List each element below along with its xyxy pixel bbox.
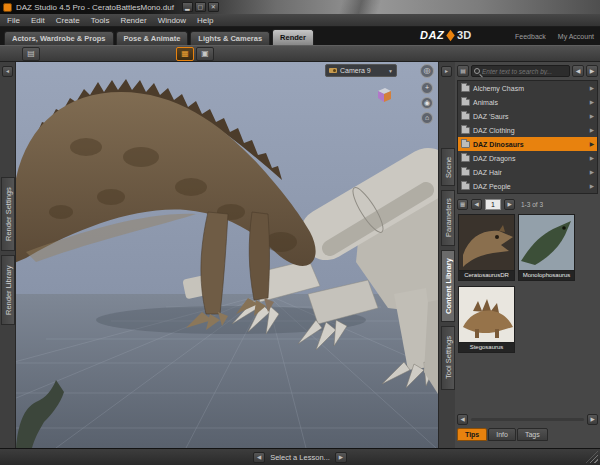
thumbnail-grid: CeratosaurusDR Monolophosaurus bbox=[458, 214, 597, 408]
window-title: DAZ Studio 4.5 Pro - CeratoBattlesMono.d… bbox=[16, 3, 174, 12]
folder-icon bbox=[461, 127, 470, 134]
menu-file[interactable]: File bbox=[7, 16, 20, 25]
pane-tab-render-library[interactable]: Render Library bbox=[1, 255, 15, 325]
tab-render[interactable]: Render bbox=[272, 29, 314, 45]
expand-arrow-icon[interactable]: ▶ bbox=[590, 155, 594, 161]
folder-icon bbox=[461, 99, 470, 106]
folder-tree: Alchemy Chasm ▶ Animals ▶ DAZ 'Saurs ▶ D… bbox=[457, 80, 598, 194]
page-number[interactable]: 1 bbox=[485, 199, 501, 210]
folder-icon bbox=[461, 169, 470, 176]
lesson-prev-icon[interactable]: ◀ bbox=[253, 452, 265, 463]
pan-camera-icon[interactable]: + bbox=[421, 82, 433, 94]
page-range-label: 1-3 of 3 bbox=[521, 201, 543, 208]
asset-thumbnail bbox=[518, 214, 575, 271]
search-input[interactable] bbox=[482, 68, 567, 75]
scrollbar-track[interactable] bbox=[471, 418, 584, 421]
expand-arrow-icon[interactable]: ▶ bbox=[590, 127, 594, 133]
asset-thumbnail bbox=[458, 214, 515, 271]
pane-tab-tool-settings[interactable]: Tool Settings bbox=[441, 326, 455, 390]
frame-camera-icon[interactable]: ⌂ bbox=[421, 112, 433, 124]
camera-selector[interactable]: Camera 9 ▼ bbox=[325, 64, 397, 77]
folder-daz-dinosaurs[interactable]: DAZ Dinosaurs ▶ bbox=[458, 137, 597, 151]
minimize-button[interactable]: ▂ bbox=[182, 2, 193, 12]
expand-arrow-icon[interactable]: ▶ bbox=[590, 169, 594, 175]
menu-render[interactable]: Render bbox=[120, 16, 146, 25]
daz3d-logo: DAZ 3D bbox=[420, 29, 471, 41]
viewport-3d[interactable]: Camera 9 ▼ ◎ + ◉ ⌂ bbox=[16, 62, 438, 448]
expand-arrow-icon[interactable]: ▶ bbox=[590, 113, 594, 119]
scroll-left-icon[interactable]: ◀ bbox=[457, 414, 468, 425]
folder-daz-saurs[interactable]: DAZ 'Saurs ▶ bbox=[458, 109, 597, 123]
folder-icon bbox=[461, 113, 470, 120]
folder-daz-dragons[interactable]: DAZ Dragons ▶ bbox=[458, 151, 597, 165]
view-mode-icon[interactable]: ▦ bbox=[457, 199, 468, 210]
expand-arrow-icon[interactable]: ▶ bbox=[590, 85, 594, 91]
folder-alchemy-chasm[interactable]: Alchemy Chasm ▶ bbox=[458, 81, 597, 95]
asset-thumbnail bbox=[458, 286, 515, 343]
active-tool-icon[interactable]: ▦ bbox=[176, 47, 194, 61]
menu-window[interactable]: Window bbox=[158, 16, 186, 25]
activity-bar: Actors, Wardrobe & Props Pose & Animate … bbox=[0, 27, 600, 45]
library-options-icon[interactable]: ▤ bbox=[457, 65, 469, 77]
pagination-bar: ▦ ◀ 1 ▶ 1-3 of 3 bbox=[457, 198, 598, 211]
asset-monolophosaurus[interactable]: Monolophosaurus bbox=[518, 214, 575, 281]
asset-label: CeratosaurusDR bbox=[458, 271, 515, 281]
toolbar: ▤ ▦ ▣ bbox=[0, 45, 600, 62]
scroll-right-icon[interactable]: ▶ bbox=[587, 414, 598, 425]
orbit-camera-icon[interactable]: ◎ bbox=[420, 64, 434, 78]
menu-help[interactable]: Help bbox=[197, 16, 213, 25]
pane-tab-scene[interactable]: Scene bbox=[441, 148, 455, 186]
chevron-down-icon: ▼ bbox=[388, 68, 393, 74]
status-bar: ◀ Select a Lesson... ▶ bbox=[0, 448, 600, 465]
menu-edit[interactable]: Edit bbox=[31, 16, 45, 25]
pane-tab-content-library[interactable]: Content Library bbox=[441, 250, 455, 322]
folder-daz-clothing[interactable]: DAZ Clothing ▶ bbox=[458, 123, 597, 137]
folder-icon bbox=[461, 183, 470, 190]
lesson-selector[interactable]: Select a Lesson... bbox=[270, 453, 330, 462]
lesson-next-icon[interactable]: ▶ bbox=[335, 452, 347, 463]
my-account-link[interactable]: My Account bbox=[558, 33, 594, 40]
tab-lights-cameras[interactable]: Lights & Cameras bbox=[190, 31, 270, 45]
expand-arrow-icon[interactable]: ▶ bbox=[590, 99, 594, 105]
camera-icon bbox=[329, 68, 337, 73]
folder-daz-hair[interactable]: DAZ Hair ▶ bbox=[458, 165, 597, 179]
left-dock-strip: ◂ Render Settings Render Library bbox=[0, 62, 16, 448]
history-forward-icon[interactable]: ▶ bbox=[586, 65, 598, 77]
folder-icon bbox=[461, 141, 470, 148]
expand-arrow-icon[interactable]: ▶ bbox=[590, 183, 594, 189]
view-cube-gizmo[interactable] bbox=[374, 86, 394, 104]
tab-info[interactable]: Info bbox=[488, 428, 516, 441]
menu-create[interactable]: Create bbox=[56, 16, 80, 25]
folder-animals[interactable]: Animals ▶ bbox=[458, 95, 597, 109]
expand-arrow-icon[interactable]: ▶ bbox=[590, 141, 594, 147]
resize-grip[interactable] bbox=[586, 451, 598, 463]
tab-actors-wardrobe-props[interactable]: Actors, Wardrobe & Props bbox=[4, 31, 114, 45]
feedback-link[interactable]: Feedback bbox=[515, 33, 546, 40]
content-library-panel: ▤ ◀ ▶ Alchemy Chasm ▶ Animals ▶ DAZ 'Sau… bbox=[455, 62, 600, 448]
folder-icon bbox=[461, 155, 470, 162]
asset-ceratosaurusdr[interactable]: CeratosaurusDR bbox=[458, 214, 515, 281]
left-dock-collapse-icon[interactable]: ◂ bbox=[2, 66, 13, 77]
tab-tags[interactable]: Tags bbox=[517, 428, 548, 441]
secondary-tool-icon[interactable]: ▣ bbox=[196, 47, 214, 61]
asset-stegosaurus[interactable]: Stegosaurus bbox=[458, 286, 515, 353]
pane-tab-render-settings[interactable]: Render Settings bbox=[1, 177, 15, 251]
page-prev-icon[interactable]: ◀ bbox=[471, 199, 482, 210]
dolly-camera-icon[interactable]: ◉ bbox=[421, 97, 433, 109]
scene-render[interactable] bbox=[16, 62, 438, 448]
history-back-icon[interactable]: ◀ bbox=[572, 65, 584, 77]
close-button[interactable]: ✕ bbox=[208, 2, 219, 12]
tab-pose-animate[interactable]: Pose & Animate bbox=[116, 31, 189, 45]
title-bar: DAZ Studio 4.5 Pro - CeratoBattlesMono.d… bbox=[0, 0, 600, 14]
page-next-icon[interactable]: ▶ bbox=[504, 199, 515, 210]
pane-tab-parameters[interactable]: Parameters bbox=[441, 190, 455, 246]
render-settings-icon[interactable]: ▤ bbox=[22, 47, 40, 61]
search-box[interactable] bbox=[471, 65, 570, 77]
asset-label: Stegosaurus bbox=[458, 343, 515, 353]
daz-studio-window: DAZ Studio 4.5 Pro - CeratoBattlesMono.d… bbox=[0, 0, 600, 465]
folder-daz-people[interactable]: DAZ People ▶ bbox=[458, 179, 597, 193]
tab-tips[interactable]: Tips bbox=[457, 428, 487, 441]
menu-tools[interactable]: Tools bbox=[91, 16, 110, 25]
maximize-button[interactable]: ▢ bbox=[195, 2, 206, 12]
right-dock-collapse-icon[interactable]: ▸ bbox=[441, 66, 452, 77]
